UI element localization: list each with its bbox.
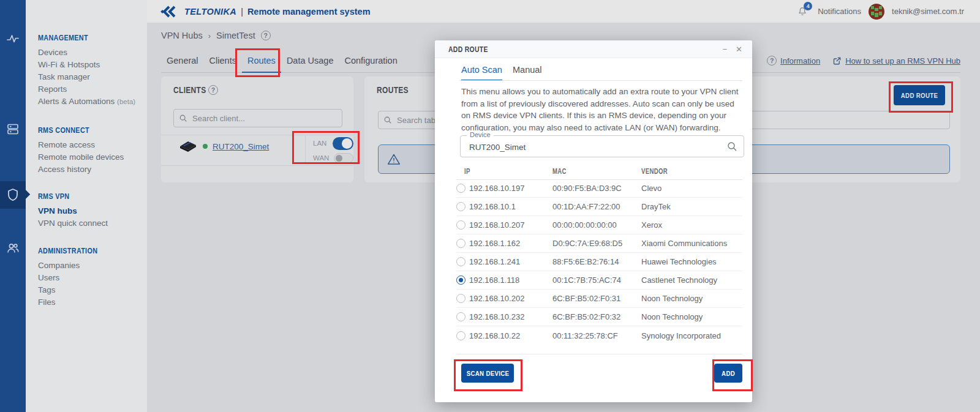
client-search-input[interactable] bbox=[191, 113, 337, 124]
beta-tag: (beta) bbox=[117, 98, 135, 105]
sidebar-item-vpn-quick-connect[interactable]: VPN quick connect bbox=[38, 217, 142, 230]
lan-toggle[interactable] bbox=[333, 137, 353, 150]
table-row[interactable]: 192.168.10.2026C:BF:B5:02:F0:31Noon Tech… bbox=[456, 290, 742, 308]
notifications-label[interactable]: Notifications bbox=[818, 7, 861, 16]
scan-device-button[interactable]: SCAN DEVICE bbox=[461, 364, 514, 383]
sidebar-item-tags[interactable]: Tags bbox=[38, 284, 142, 296]
management-activity-icon[interactable] bbox=[0, 31, 26, 46]
lan-label: LAN bbox=[313, 140, 328, 147]
wan-label: WAN bbox=[313, 154, 329, 162]
tab-configuration[interactable]: Configuration bbox=[339, 49, 402, 72]
sidebar-item-vpn-hubs[interactable]: VPN hubs bbox=[38, 205, 142, 217]
table-row-selected[interactable]: 192.168.1.11800:1C:7B:75:AC:74Castlenet … bbox=[456, 271, 742, 290]
minimize-icon[interactable]: − bbox=[723, 45, 728, 54]
sidebar-section-rms-vpn: RMS VPN bbox=[38, 192, 69, 201]
sidebar-item-task-manager[interactable]: Task manager bbox=[38, 71, 142, 83]
client-search-field[interactable] bbox=[173, 109, 342, 127]
table-row[interactable]: 192.168.10.19700:90:F5:BA:D3:9CClevo bbox=[456, 179, 742, 198]
row-radio-button[interactable] bbox=[456, 294, 466, 303]
routes-panel-title: ROUTES bbox=[377, 84, 409, 95]
row-radio-button[interactable] bbox=[456, 184, 466, 193]
breadcrumb-vpn-hubs[interactable]: VPN Hubs bbox=[161, 31, 203, 40]
brand-name: TELTONIKA bbox=[184, 7, 236, 17]
modal-footer-divider bbox=[456, 354, 742, 354]
icon-rail bbox=[0, 0, 26, 412]
sidebar-item-companies[interactable]: Companies bbox=[38, 260, 142, 272]
table-row[interactable]: 192.168.1.162D0:9C:7A:E9:68:D5Xiaomi Com… bbox=[456, 234, 742, 253]
row-radio-button[interactable] bbox=[456, 331, 466, 340]
table-row[interactable]: 192.168.10.2200:11:32:25:78:CFSynology I… bbox=[456, 326, 742, 345]
tab-clients[interactable]: Clients bbox=[204, 49, 242, 72]
sidebar-item-remote-mobile-devices[interactable]: Remote mobile devices bbox=[38, 151, 142, 163]
sidebar-section-administration: ADMINISTRATION bbox=[38, 246, 97, 255]
rms-connect-servers-icon[interactable] bbox=[0, 122, 26, 137]
notification-bell-icon[interactable]: 4 bbox=[794, 4, 810, 20]
table-row[interactable]: 192.168.10.2326C:BF:B5:02:F0:32Noon Tech… bbox=[456, 308, 742, 326]
modal-title: ADD ROUTE bbox=[448, 45, 488, 54]
row-radio-button[interactable] bbox=[456, 239, 466, 248]
clients-help-icon[interactable]: ? bbox=[208, 85, 218, 95]
information-link[interactable]: ? Information bbox=[767, 56, 820, 66]
client-device-row: RUT200_Simet LAN WAN bbox=[161, 135, 353, 165]
divider bbox=[161, 165, 353, 166]
scan-results-table: 192.168.10.19700:90:F5:BA:D3:9CClevo 192… bbox=[456, 179, 742, 345]
app-title: Remote management system bbox=[247, 7, 371, 17]
search-icon bbox=[383, 116, 392, 124]
breadcrumb: VPN Hubs › SimetTest ? bbox=[161, 28, 271, 43]
sidebar-item-remote-access[interactable]: Remote access bbox=[38, 139, 142, 151]
search-icon bbox=[179, 114, 187, 122]
brand-separator: | bbox=[241, 7, 243, 17]
tab-general[interactable]: General bbox=[161, 49, 204, 72]
teltonika-logo-icon bbox=[160, 6, 180, 18]
top-header-bar: TELTONIKA | Remote management system 4 N… bbox=[147, 0, 980, 23]
row-radio-button[interactable] bbox=[456, 257, 466, 266]
sidebar-item-alerts-automations[interactable]: Alerts & Automations (beta) bbox=[38, 96, 142, 108]
sidebar-item-files[interactable]: Files bbox=[38, 296, 142, 309]
howto-link[interactable]: How to set up an RMS VPN Hub bbox=[832, 56, 960, 66]
tab-routes[interactable]: Routes bbox=[242, 49, 281, 73]
administration-users-icon[interactable] bbox=[0, 241, 26, 255]
help-question-icon[interactable]: ? bbox=[261, 31, 271, 40]
online-status-dot bbox=[203, 144, 208, 149]
wan-toggle[interactable] bbox=[334, 153, 353, 163]
vendor-column-header: VENDOR bbox=[641, 167, 668, 176]
add-route-modal: ADD ROUTE − ✕ Auto Scan Manual This menu… bbox=[435, 40, 752, 402]
sidebar-item-reports[interactable]: Reports bbox=[38, 83, 142, 96]
user-avatar[interactable] bbox=[869, 4, 884, 20]
router-device-icon bbox=[178, 138, 198, 154]
row-radio-button-checked[interactable] bbox=[456, 275, 466, 285]
add-button[interactable]: ADD bbox=[714, 364, 742, 383]
modal-titlebar: ADD ROUTE − ✕ bbox=[435, 40, 752, 58]
add-route-button[interactable]: ADD ROUTE bbox=[894, 85, 945, 105]
modal-description: This menu allows you to automatically ad… bbox=[461, 86, 744, 133]
breadcrumb-separator-icon: › bbox=[208, 31, 211, 40]
table-row[interactable]: 192.168.1.24188:F5:6E:B2:76:14Huawei Tec… bbox=[456, 253, 742, 271]
ip-column-header: IP bbox=[464, 167, 470, 176]
row-radio-button[interactable] bbox=[456, 220, 466, 230]
tab-data-usage[interactable]: Data Usage bbox=[281, 49, 339, 72]
device-field-input[interactable] bbox=[468, 136, 722, 158]
device-search-icon[interactable] bbox=[726, 141, 737, 152]
table-row[interactable]: 192.168.10.20700:00:00:00:00:00Xerox bbox=[456, 216, 742, 234]
sidebar-item-devices[interactable]: Devices bbox=[38, 47, 142, 59]
close-icon[interactable]: ✕ bbox=[736, 45, 742, 54]
clients-panel: CLIENTS ? RUT200_Simet LAN WAN bbox=[161, 77, 353, 182]
table-row[interactable]: 192.168.10.100:1D:AA:F7:22:00DrayTek bbox=[456, 198, 742, 216]
sidebar-item-users[interactable]: Users bbox=[38, 272, 142, 284]
breadcrumb-simettest: SimetTest bbox=[216, 31, 255, 40]
row-radio-button[interactable] bbox=[456, 202, 466, 211]
row-radio-button[interactable] bbox=[456, 312, 466, 321]
warning-triangle-icon bbox=[387, 153, 401, 165]
rms-application-window: MANAGEMENT Devices Wi-Fi & Hotspots Task… bbox=[0, 0, 980, 412]
information-question-icon: ? bbox=[767, 56, 777, 66]
sidebar-item-wifi-hotspots[interactable]: Wi-Fi & Hotspots bbox=[38, 59, 142, 71]
modal-tab-auto-scan[interactable]: Auto Scan bbox=[461, 65, 502, 81]
modal-tab-manual[interactable]: Manual bbox=[513, 65, 542, 80]
sidebar-section-rms-connect: RMS CONNECT bbox=[38, 125, 89, 135]
notification-count-badge: 4 bbox=[804, 2, 812, 10]
forwarding-toggles: LAN WAN bbox=[305, 136, 353, 164]
user-email[interactable]: teknik@simet.com.tr bbox=[892, 7, 964, 16]
device-field: Device bbox=[460, 135, 744, 157]
sidebar-item-access-history[interactable]: Access history bbox=[38, 163, 142, 176]
client-device-link[interactable]: RUT200_Simet bbox=[213, 142, 269, 151]
